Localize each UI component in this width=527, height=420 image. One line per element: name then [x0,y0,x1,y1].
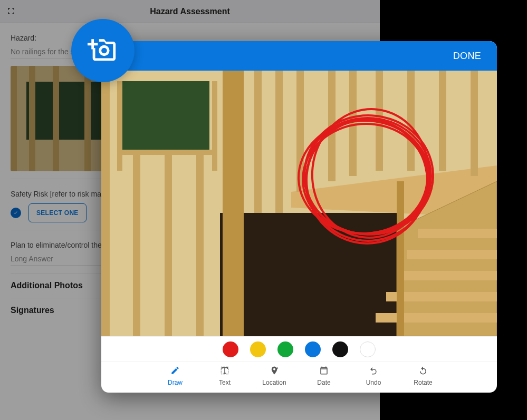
svg-rect-37 [397,271,497,280]
svg-rect-25 [254,71,262,213]
svg-rect-22 [165,150,172,336]
tool-location-label: Location [262,379,286,386]
check-circle-icon [11,208,21,218]
color-swatch-black[interactable] [332,341,348,357]
color-swatch-yellow[interactable] [250,341,266,357]
select-risk-button[interactable]: SELECT ONE [28,203,87,222]
annotated-photo[interactable] [101,71,497,336]
tool-rotate[interactable]: Rotate [411,366,435,386]
page-title: Hazard Assessment [0,7,380,16]
tool-date[interactable]: Date [312,366,336,386]
tool-undo-label: Undo [366,379,381,386]
tool-draw[interactable]: Draw [163,366,187,386]
svg-point-12 [100,46,108,54]
svg-rect-16 [212,81,217,171]
calendar-icon [319,366,329,377]
svg-rect-36 [407,250,497,259]
svg-rect-21 [133,150,140,336]
tool-text-label: Text [219,379,231,386]
svg-rect-24 [223,71,244,336]
done-button[interactable]: DONE [450,50,484,62]
signatures-heading: Signatures [11,306,54,315]
undo-icon [369,366,378,377]
tool-date-label: Date [317,379,330,386]
freehand-annotation [294,102,442,250]
svg-rect-5 [84,66,91,171]
color-palette [101,336,497,362]
annotation-toolbar: Draw Text Location Date Undo Rotate [101,362,497,390]
svg-rect-20 [101,71,110,336]
app-header: Hazard Assessment [0,0,380,23]
tool-text[interactable]: Text [213,366,237,386]
tool-draw-label: Draw [168,379,183,386]
tool-location[interactable]: Location [262,366,286,386]
color-swatch-green[interactable] [277,341,293,357]
camera-plus-icon[interactable] [71,19,135,82]
color-swatch-red[interactable] [223,341,238,357]
pencil-icon [170,366,180,377]
svg-rect-23 [196,150,204,336]
tool-rotate-label: Rotate [414,379,432,386]
color-swatch-white[interactable] [360,341,376,357]
rotate-icon [418,366,428,377]
svg-rect-14 [120,81,209,150]
svg-rect-4 [53,66,59,171]
location-pin-icon [270,366,279,377]
svg-rect-15 [117,81,122,171]
additional-photos-heading: Additional Photos [11,281,83,290]
photo-annotation-modal: DONE [101,41,497,393]
svg-rect-33 [471,71,478,176]
svg-rect-39 [376,313,497,323]
color-swatch-blue[interactable] [305,341,321,357]
textbox-icon [220,366,229,377]
svg-rect-3 [29,66,35,171]
modal-header: DONE [101,41,497,71]
svg-rect-26 [275,71,283,213]
tool-undo[interactable]: Undo [361,366,386,386]
svg-rect-2 [11,66,17,171]
